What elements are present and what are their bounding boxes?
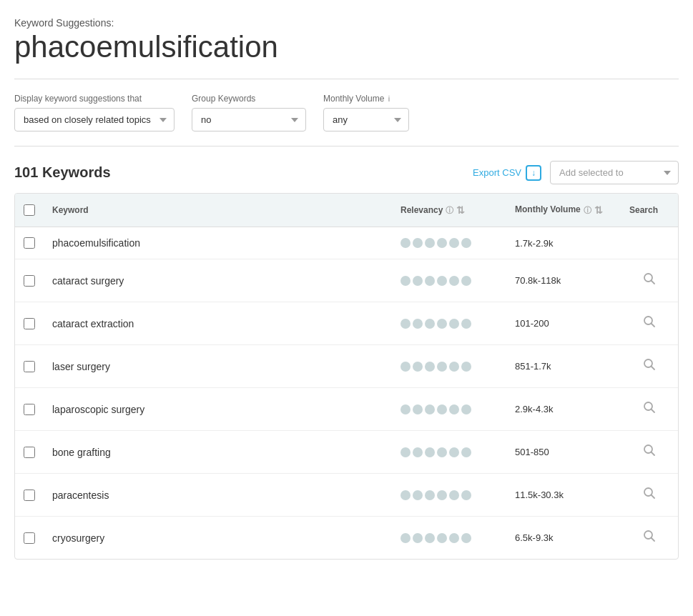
relevancy-dot <box>400 447 411 457</box>
page-header: Keyword Suggestions: phacoemulsification <box>14 17 679 64</box>
filters-row: Display keyword suggestions that based o… <box>14 94 679 131</box>
row-relevancy <box>392 238 506 248</box>
volume-filter-select[interactable]: any 0-100 100-1k 1k-10k 10k+ <box>323 108 409 131</box>
volume-info-icon: i <box>388 94 390 103</box>
svg-line-7 <box>652 409 655 413</box>
display-filter-select[interactable]: based on closely related topics based on… <box>14 108 175 131</box>
row-search-cell <box>621 484 678 506</box>
row-checkbox-cell <box>15 275 44 287</box>
row-search-button[interactable] <box>640 527 659 549</box>
export-csv-button[interactable]: Export CSV ↓ <box>473 165 541 181</box>
row-keyword: bone grafting <box>44 447 392 458</box>
relevancy-dot <box>425 319 435 329</box>
row-checkbox[interactable] <box>24 361 35 372</box>
relevancy-dot <box>425 490 435 500</box>
relevancy-sort-icon[interactable]: ⇅ <box>456 204 465 216</box>
relevancy-dot <box>400 238 411 248</box>
select-all-checkbox[interactable] <box>24 204 35 216</box>
row-keyword: cataract surgery <box>44 275 392 287</box>
svg-line-3 <box>652 324 655 327</box>
row-relevancy <box>392 447 506 457</box>
relevancy-dot <box>449 404 459 414</box>
row-relevancy <box>392 362 506 372</box>
relevancy-dot <box>413 319 423 329</box>
row-keyword: phacoemulsification <box>44 237 392 249</box>
row-checkbox[interactable] <box>24 275 35 287</box>
page-title: phacoemulsification <box>14 30 679 64</box>
row-checkbox[interactable] <box>24 318 35 329</box>
toolbar-right: Export CSV ↓ Add selected to <box>473 161 679 184</box>
relevancy-dot <box>413 533 423 543</box>
row-search-button[interactable] <box>640 484 659 506</box>
row-checkbox-cell <box>15 404 44 415</box>
relevancy-dot <box>437 533 447 543</box>
table-header: Keyword Relevancy ⓘ ⇅ Monthly Volume ⓘ ⇅… <box>15 194 678 227</box>
table-body: phacoemulsification1.7k-2.9kcataract sur… <box>15 227 678 559</box>
row-checkbox-cell <box>15 237 44 249</box>
relevancy-dot <box>437 404 447 414</box>
relevancy-dot <box>449 319 459 329</box>
volume-info-icon-th: ⓘ <box>584 205 591 215</box>
row-checkbox-cell <box>15 318 44 329</box>
relevancy-dot <box>400 362 411 372</box>
display-filter-label: Display keyword suggestions that <box>14 94 175 104</box>
row-relevancy <box>392 533 506 543</box>
relevancy-dot <box>400 490 411 500</box>
row-relevancy <box>392 490 506 500</box>
relevancy-dot <box>461 319 471 329</box>
relevancy-dot <box>437 490 447 500</box>
row-checkbox[interactable] <box>24 404 35 415</box>
row-search-cell <box>621 398 678 420</box>
relevancy-info-icon: ⓘ <box>446 205 453 216</box>
group-filter-select[interactable]: no yes <box>192 108 306 131</box>
row-checkbox[interactable] <box>24 237 35 249</box>
table-row: laparoscopic surgery2.9k-4.3k <box>15 388 678 431</box>
relevancy-dot <box>461 276 471 286</box>
row-volume: 101-200 <box>506 318 621 329</box>
relevancy-dot <box>461 238 471 248</box>
row-volume: 851-1.7k <box>506 361 621 372</box>
svg-line-13 <box>652 538 655 542</box>
row-search-cell <box>621 441 678 463</box>
volume-filter-label: Monthly Volume i <box>323 94 409 104</box>
row-volume: 11.5k-30.3k <box>506 490 621 500</box>
svg-line-11 <box>652 495 655 499</box>
svg-line-1 <box>652 281 655 284</box>
relevancy-dot <box>449 490 459 500</box>
table-row: laser surgery851-1.7k <box>15 345 678 388</box>
relevancy-dot <box>461 404 471 414</box>
row-keyword: laparoscopic surgery <box>44 404 392 415</box>
row-keyword: laser surgery <box>44 361 392 372</box>
row-search-button[interactable] <box>640 441 659 463</box>
add-selected-dropdown[interactable]: Add selected to <box>550 161 679 184</box>
svg-line-9 <box>652 452 655 456</box>
row-checkbox[interactable] <box>24 490 35 501</box>
keywords-table: Keyword Relevancy ⓘ ⇅ Monthly Volume ⓘ ⇅… <box>14 193 679 560</box>
keywords-count: 101 Keywords <box>14 164 111 181</box>
row-relevancy <box>392 404 506 414</box>
row-relevancy <box>392 276 506 286</box>
row-search-button[interactable] <box>640 355 659 377</box>
th-keyword: Keyword <box>44 201 392 219</box>
relevancy-dot <box>413 447 423 457</box>
row-search-button[interactable] <box>640 269 659 292</box>
th-relevancy: Relevancy ⓘ ⇅ <box>392 201 506 219</box>
relevancy-dot <box>425 362 435 372</box>
table-row: paracentesis11.5k-30.3k <box>15 474 678 517</box>
row-search-button[interactable] <box>640 398 659 420</box>
table-row: bone grafting501-850 <box>15 431 678 474</box>
row-checkbox[interactable] <box>24 532 35 544</box>
row-checkbox[interactable] <box>24 447 35 458</box>
relevancy-dot <box>437 362 447 372</box>
table-row: cataract extraction101-200 <box>15 302 678 345</box>
relevancy-dot <box>413 238 423 248</box>
header-divider <box>14 79 679 79</box>
row-volume: 1.7k-2.9k <box>506 238 621 249</box>
row-search-button[interactable] <box>640 312 659 334</box>
row-search-cell <box>621 527 678 549</box>
relevancy-dot <box>437 276 447 286</box>
volume-sort-icon[interactable]: ⇅ <box>594 204 603 217</box>
relevancy-dot <box>449 447 459 457</box>
volume-filter-group: Monthly Volume i any 0-100 100-1k 1k-10k… <box>323 94 409 131</box>
relevancy-dot <box>449 276 459 286</box>
